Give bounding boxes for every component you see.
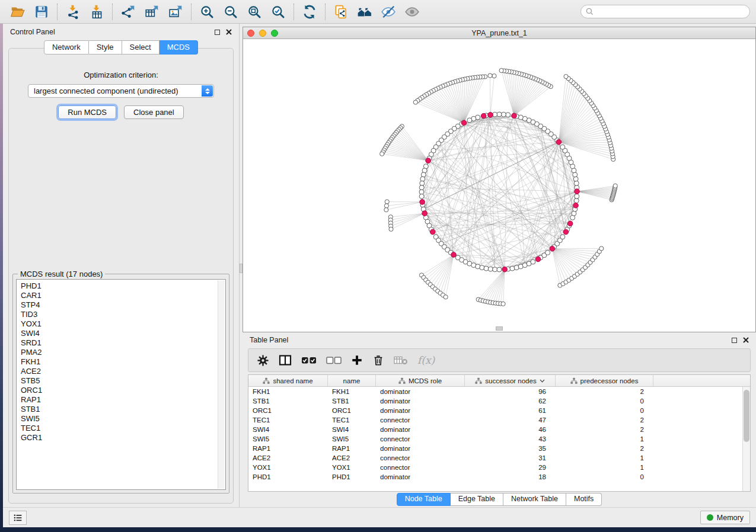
zoom-fit-icon[interactable]	[243, 2, 266, 21]
table-scrollbar[interactable]	[742, 387, 750, 491]
show-column-icon[interactable]	[279, 354, 292, 366]
table-cell: connector	[376, 454, 465, 462]
table-scrollbar-thumb[interactable]	[744, 390, 749, 442]
first-neighbors-icon[interactable]	[353, 2, 377, 21]
table-cell: PHD1	[328, 473, 376, 480]
mcds-node-item[interactable]: ORC1	[21, 386, 216, 395]
table-row[interactable]: SWI4SWI4dominator462	[248, 425, 742, 434]
mcds-result-listbox[interactable]: PHD1CAR1STP4TID3YOX1SWI4SRD1PMA2FKH1ACE2…	[16, 279, 226, 490]
criterion-dropdown[interactable]: largest connected component (undirected)	[28, 84, 214, 98]
float-panel-icon[interactable]	[215, 30, 220, 35]
select-all-checks-icon[interactable]	[301, 355, 317, 365]
mcds-node-item[interactable]: YOX1	[21, 319, 216, 329]
table-cell: 96	[465, 388, 556, 395]
tab-select[interactable]: Select	[122, 40, 160, 55]
tab-mcds[interactable]: MCDS	[160, 40, 198, 55]
tab-edge-table[interactable]: Edge Table	[451, 493, 503, 506]
mcds-node-item[interactable]: SWI4	[21, 329, 216, 338]
column-header-predecessor-nodes[interactable]: predecessor nodes	[556, 375, 653, 386]
open-file-icon[interactable]	[6, 2, 30, 21]
close-table-panel-icon[interactable]	[743, 337, 749, 343]
table-row[interactable]: RAP1RAP1dominator352	[248, 444, 742, 453]
export-network-icon[interactable]	[116, 2, 140, 21]
close-panel-icon[interactable]	[226, 29, 232, 35]
mcds-node-item[interactable]: FKH1	[21, 357, 216, 367]
mcds-node-item[interactable]: STB5	[21, 376, 216, 386]
mcds-node-item[interactable]: TID3	[21, 310, 216, 319]
memory-button[interactable]: Memory	[700, 511, 750, 524]
save-session-icon[interactable]	[30, 2, 53, 21]
memory-status-icon	[707, 514, 713, 521]
control-tabs: NetworkStyleSelectMCDS	[3, 40, 239, 55]
column-header-successor-nodes[interactable]: successor nodes	[465, 375, 556, 386]
splitter-grip[interactable]	[240, 264, 243, 273]
panel-splitter[interactable]	[239, 24, 243, 507]
table-row[interactable]: TEC1TEC1connector472	[248, 415, 742, 425]
mcds-node-item[interactable]: CAR1	[21, 291, 216, 300]
zoom-out-icon[interactable]	[219, 2, 243, 21]
column-header-MCDS-role[interactable]: MCDS role	[376, 375, 465, 386]
mcds-list-scrollbar[interactable]	[218, 280, 225, 489]
table-row[interactable]: ORC1ORC1dominator610	[248, 406, 742, 415]
refresh-layout-icon[interactable]	[298, 2, 321, 21]
table-row[interactable]: YOX1YOX1connector291	[248, 463, 742, 472]
mcds-node-item[interactable]: ACE2	[21, 367, 216, 376]
table-cell: STB1	[328, 398, 376, 405]
tab-motifs[interactable]: Motifs	[566, 493, 602, 506]
mcds-node-item[interactable]: PMA2	[21, 348, 216, 357]
table-header-row: shared namenameMCDS rolesuccessor nodesp…	[248, 375, 750, 387]
export-image-icon[interactable]	[164, 2, 187, 21]
mcds-node-item[interactable]: TEC1	[21, 424, 216, 433]
network-canvas[interactable]	[243, 39, 755, 332]
network-titlebar[interactable]: YPA_prune.txt_1	[243, 27, 755, 39]
tab-node-table[interactable]: Node Table	[397, 493, 451, 506]
table-cell: 61	[465, 407, 556, 414]
list-icon	[12, 513, 23, 523]
mcds-node-item[interactable]: RAP1	[21, 395, 216, 405]
zoom-selected-icon[interactable]	[266, 2, 290, 21]
table-cell: 47	[465, 416, 556, 424]
close-panel-button[interactable]: Close panel	[124, 105, 184, 119]
optimization-criterion-label: Optimization criterion:	[9, 70, 233, 79]
run-mcds-button[interactable]: Run MCDS	[58, 105, 116, 119]
table-cell: 1	[556, 454, 653, 462]
search-input[interactable]	[596, 8, 745, 16]
mcds-node-item[interactable]: GCR1	[21, 433, 216, 443]
table-row[interactable]: FKH1FKH1dominator962	[248, 387, 742, 396]
column-header-shared-name[interactable]: shared name	[248, 375, 328, 386]
canvas-scroll-thumb[interactable]	[496, 326, 503, 331]
search-box[interactable]	[580, 5, 750, 18]
table-row[interactable]: SWI5SWI5connector431	[248, 434, 742, 444]
show-panels-button[interactable]	[9, 511, 27, 525]
tab-style[interactable]: Style	[89, 40, 122, 55]
dropdown-stepper-icon	[202, 85, 213, 97]
export-table-icon[interactable]	[140, 2, 164, 21]
network-graph[interactable]	[243, 39, 755, 332]
import-table-icon[interactable]	[85, 2, 109, 21]
table-row[interactable]: ACE2ACE2connector311	[248, 453, 742, 463]
function-builder-icon: f(x)	[417, 354, 435, 366]
settings-gear-icon[interactable]	[257, 354, 269, 367]
table-row[interactable]: PHD1PHD1dominator180	[248, 472, 742, 482]
import-network-icon[interactable]	[61, 2, 85, 21]
show-all-eye-icon[interactable]	[400, 2, 424, 21]
zoom-in-icon[interactable]	[195, 2, 219, 21]
column-header-name[interactable]: name	[328, 375, 376, 386]
mcds-node-item[interactable]: SWI5	[21, 414, 216, 424]
deselect-all-checks-icon[interactable]	[326, 355, 342, 365]
table-cell: SWI5	[248, 435, 328, 443]
delete-column-icon[interactable]	[372, 354, 384, 367]
table-cell: 1	[556, 435, 653, 443]
mcds-node-item[interactable]: PHD1	[21, 281, 216, 291]
float-table-panel-icon[interactable]	[732, 338, 737, 343]
mcds-node-item[interactable]: STB1	[21, 405, 216, 414]
add-column-icon[interactable]	[351, 354, 363, 366]
tab-network[interactable]: Network	[44, 40, 89, 55]
table-cell: RAP1	[328, 445, 376, 452]
tab-network-table[interactable]: Network Table	[503, 493, 566, 506]
mcds-node-item[interactable]: STP4	[21, 300, 216, 310]
table-row[interactable]: STB1STB1dominator620	[248, 396, 742, 406]
duplicate-network-icon[interactable]	[329, 2, 353, 21]
hide-selected-eye-icon[interactable]	[377, 2, 400, 21]
mcds-node-item[interactable]: SRD1	[21, 338, 216, 348]
